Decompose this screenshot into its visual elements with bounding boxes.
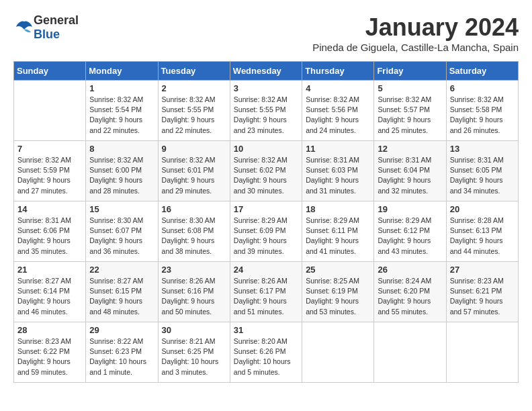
day-number: 18 bbox=[306, 204, 370, 214]
calendar-cell: 26Sunrise: 8:24 AM Sunset: 6:20 PM Dayli… bbox=[374, 262, 446, 322]
weekday-header-row: SundayMondayTuesdayWednesdayThursdayFrid… bbox=[14, 62, 519, 81]
day-number: 3 bbox=[234, 83, 298, 93]
day-detail: Sunrise: 8:29 AM Sunset: 6:11 PM Dayligh… bbox=[306, 216, 370, 257]
day-detail: Sunrise: 8:24 AM Sunset: 6:20 PM Dayligh… bbox=[378, 276, 442, 317]
calendar-cell: 1Sunrise: 8:32 AM Sunset: 5:54 PM Daylig… bbox=[86, 81, 158, 141]
calendar-cell: 28Sunrise: 8:23 AM Sunset: 6:22 PM Dayli… bbox=[14, 322, 86, 383]
weekday-header-monday: Monday bbox=[86, 62, 158, 81]
day-detail: Sunrise: 8:32 AM Sunset: 5:55 PM Dayligh… bbox=[234, 95, 298, 136]
day-number: 17 bbox=[234, 204, 298, 214]
calendar-week-row: 7Sunrise: 8:32 AM Sunset: 5:59 PM Daylig… bbox=[14, 141, 519, 201]
title-block: January 2024 Pineda de Giguela, Castille… bbox=[312, 13, 519, 58]
calendar-cell: 9Sunrise: 8:32 AM Sunset: 6:01 PM Daylig… bbox=[158, 141, 230, 201]
day-number: 9 bbox=[162, 144, 226, 154]
calendar-cell: 8Sunrise: 8:32 AM Sunset: 6:00 PM Daylig… bbox=[86, 141, 158, 201]
calendar-subtitle: Pineda de Giguela, Castille-La Mancha, S… bbox=[312, 42, 519, 53]
calendar-cell: 7Sunrise: 8:32 AM Sunset: 5:59 PM Daylig… bbox=[14, 141, 86, 201]
day-number: 16 bbox=[162, 204, 226, 214]
logo: General Blue bbox=[13, 13, 79, 42]
weekday-header-sunday: Sunday bbox=[14, 62, 86, 81]
page-header: General Blue January 2024 Pineda de Gigu… bbox=[13, 13, 519, 58]
calendar-week-row: 21Sunrise: 8:27 AM Sunset: 6:14 PM Dayli… bbox=[14, 262, 519, 322]
logo-blue-text: Blue bbox=[34, 28, 60, 41]
calendar-title: January 2024 bbox=[312, 13, 519, 42]
day-number: 30 bbox=[162, 325, 226, 335]
calendar-cell: 10Sunrise: 8:32 AM Sunset: 6:02 PM Dayli… bbox=[230, 141, 302, 201]
day-detail: Sunrise: 8:32 AM Sunset: 5:54 PM Dayligh… bbox=[89, 95, 154, 136]
calendar-cell: 18Sunrise: 8:29 AM Sunset: 6:11 PM Dayli… bbox=[302, 201, 374, 262]
day-number: 8 bbox=[89, 144, 154, 154]
calendar-week-row: 1Sunrise: 8:32 AM Sunset: 5:54 PM Daylig… bbox=[14, 81, 519, 141]
calendar-cell: 29Sunrise: 8:22 AM Sunset: 6:23 PM Dayli… bbox=[86, 322, 158, 383]
calendar-cell: 25Sunrise: 8:25 AM Sunset: 6:19 PM Dayli… bbox=[302, 262, 374, 322]
day-detail: Sunrise: 8:31 AM Sunset: 6:05 PM Dayligh… bbox=[450, 155, 515, 196]
weekday-header-tuesday: Tuesday bbox=[158, 62, 230, 81]
day-number: 4 bbox=[306, 83, 370, 93]
day-detail: Sunrise: 8:21 AM Sunset: 6:25 PM Dayligh… bbox=[162, 336, 226, 377]
day-detail: Sunrise: 8:32 AM Sunset: 5:56 PM Dayligh… bbox=[306, 95, 370, 136]
weekday-header-wednesday: Wednesday bbox=[230, 62, 302, 81]
day-number: 5 bbox=[378, 83, 442, 93]
calendar-cell: 5Sunrise: 8:32 AM Sunset: 5:57 PM Daylig… bbox=[374, 81, 446, 141]
calendar-cell: 16Sunrise: 8:30 AM Sunset: 6:08 PM Dayli… bbox=[158, 201, 230, 262]
day-detail: Sunrise: 8:32 AM Sunset: 5:55 PM Dayligh… bbox=[162, 95, 226, 136]
calendar-table: SundayMondayTuesdayWednesdayThursdayFrid… bbox=[13, 61, 519, 383]
day-number: 14 bbox=[17, 204, 82, 214]
calendar-cell: 17Sunrise: 8:29 AM Sunset: 6:09 PM Dayli… bbox=[230, 201, 302, 262]
calendar-cell: 22Sunrise: 8:27 AM Sunset: 6:15 PM Dayli… bbox=[86, 262, 158, 322]
day-number: 15 bbox=[89, 204, 154, 214]
day-detail: Sunrise: 8:31 AM Sunset: 6:03 PM Dayligh… bbox=[306, 155, 370, 196]
calendar-cell: 3Sunrise: 8:32 AM Sunset: 5:55 PM Daylig… bbox=[230, 81, 302, 141]
day-number: 23 bbox=[162, 265, 226, 275]
weekday-header-thursday: Thursday bbox=[302, 62, 374, 81]
day-number: 31 bbox=[234, 325, 298, 335]
day-number: 6 bbox=[450, 83, 515, 93]
day-detail: Sunrise: 8:32 AM Sunset: 5:57 PM Dayligh… bbox=[378, 95, 442, 136]
day-detail: Sunrise: 8:22 AM Sunset: 6:23 PM Dayligh… bbox=[89, 336, 154, 377]
calendar-cell: 12Sunrise: 8:31 AM Sunset: 6:04 PM Dayli… bbox=[374, 141, 446, 201]
day-number: 24 bbox=[234, 265, 298, 275]
day-detail: Sunrise: 8:23 AM Sunset: 6:22 PM Dayligh… bbox=[17, 336, 82, 377]
calendar-cell: 4Sunrise: 8:32 AM Sunset: 5:56 PM Daylig… bbox=[302, 81, 374, 141]
calendar-cell: 21Sunrise: 8:27 AM Sunset: 6:14 PM Dayli… bbox=[14, 262, 86, 322]
day-number: 7 bbox=[17, 144, 82, 154]
calendar-cell: 15Sunrise: 8:30 AM Sunset: 6:07 PM Dayli… bbox=[86, 201, 158, 262]
logo-bird-icon bbox=[15, 20, 34, 35]
day-detail: Sunrise: 8:26 AM Sunset: 6:16 PM Dayligh… bbox=[162, 276, 226, 317]
day-number: 22 bbox=[89, 265, 154, 275]
logo-general-text: General bbox=[34, 13, 79, 27]
calendar-cell bbox=[302, 322, 374, 383]
calendar-cell: 13Sunrise: 8:31 AM Sunset: 6:05 PM Dayli… bbox=[446, 141, 518, 201]
day-detail: Sunrise: 8:27 AM Sunset: 6:14 PM Dayligh… bbox=[17, 276, 82, 317]
day-detail: Sunrise: 8:32 AM Sunset: 5:59 PM Dayligh… bbox=[17, 155, 82, 196]
calendar-cell: 30Sunrise: 8:21 AM Sunset: 6:25 PM Dayli… bbox=[158, 322, 230, 383]
day-number: 2 bbox=[162, 83, 226, 93]
day-detail: Sunrise: 8:30 AM Sunset: 6:07 PM Dayligh… bbox=[89, 216, 154, 257]
day-number: 26 bbox=[378, 265, 442, 275]
day-number: 28 bbox=[17, 325, 82, 335]
day-number: 25 bbox=[306, 265, 370, 275]
calendar-cell bbox=[374, 322, 446, 383]
day-number: 11 bbox=[306, 144, 370, 154]
day-detail: Sunrise: 8:23 AM Sunset: 6:21 PM Dayligh… bbox=[450, 276, 515, 317]
day-number: 27 bbox=[450, 265, 515, 275]
day-detail: Sunrise: 8:29 AM Sunset: 6:09 PM Dayligh… bbox=[234, 216, 298, 257]
calendar-cell: 24Sunrise: 8:26 AM Sunset: 6:17 PM Dayli… bbox=[230, 262, 302, 322]
calendar-cell: 27Sunrise: 8:23 AM Sunset: 6:21 PM Dayli… bbox=[446, 262, 518, 322]
calendar-cell: 11Sunrise: 8:31 AM Sunset: 6:03 PM Dayli… bbox=[302, 141, 374, 201]
calendar-cell: 14Sunrise: 8:31 AM Sunset: 6:06 PM Dayli… bbox=[14, 201, 86, 262]
calendar-cell bbox=[446, 322, 518, 383]
day-number: 29 bbox=[89, 325, 154, 335]
calendar-cell: 6Sunrise: 8:32 AM Sunset: 5:58 PM Daylig… bbox=[446, 81, 518, 141]
calendar-week-row: 14Sunrise: 8:31 AM Sunset: 6:06 PM Dayli… bbox=[14, 201, 519, 262]
day-number: 13 bbox=[450, 144, 515, 154]
weekday-header-saturday: Saturday bbox=[446, 62, 518, 81]
day-detail: Sunrise: 8:32 AM Sunset: 6:01 PM Dayligh… bbox=[162, 155, 226, 196]
day-number: 12 bbox=[378, 144, 442, 154]
day-detail: Sunrise: 8:28 AM Sunset: 6:13 PM Dayligh… bbox=[450, 216, 515, 257]
day-detail: Sunrise: 8:25 AM Sunset: 6:19 PM Dayligh… bbox=[306, 276, 370, 317]
day-number: 20 bbox=[450, 204, 515, 214]
day-detail: Sunrise: 8:26 AM Sunset: 6:17 PM Dayligh… bbox=[234, 276, 298, 317]
weekday-header-friday: Friday bbox=[374, 62, 446, 81]
day-detail: Sunrise: 8:31 AM Sunset: 6:06 PM Dayligh… bbox=[17, 216, 82, 257]
